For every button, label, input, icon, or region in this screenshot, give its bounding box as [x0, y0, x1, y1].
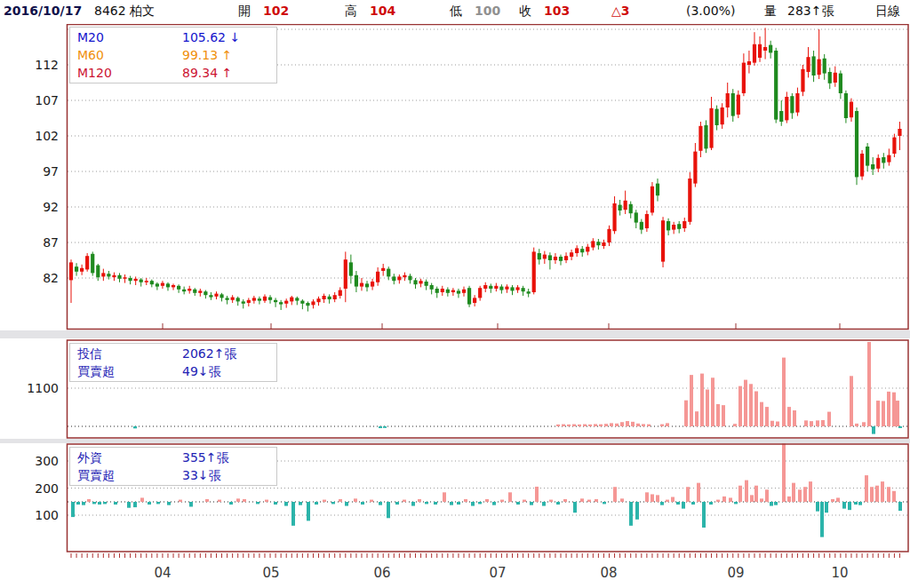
candle-body — [806, 57, 810, 72]
candle-body — [419, 281, 422, 283]
candle-body — [182, 290, 186, 291]
candle-body — [742, 63, 746, 93]
foreign-net-buy-bar — [816, 502, 819, 512]
foreign-net-buy-bar — [629, 502, 633, 526]
candle-body — [134, 279, 138, 281]
candle-body — [709, 108, 713, 148]
trust-net-buy-bar — [610, 423, 613, 426]
foreign-net-buy-bar — [870, 487, 874, 502]
price-axis-label: 87 — [21, 235, 59, 250]
candle-body — [635, 212, 638, 222]
foreign-net-buy-bar — [691, 502, 695, 505]
candle-body — [839, 74, 842, 93]
candle-body — [693, 152, 697, 184]
trust-net-buy-bar — [793, 410, 796, 426]
foreign-net-buy-bar — [754, 486, 758, 502]
foreign-net-buy-bar — [71, 502, 75, 517]
candle-body — [483, 285, 487, 289]
candle-body — [656, 184, 659, 196]
open-value: 102 — [263, 4, 289, 18]
legend-row: M12089.34 ↑ — [70, 64, 276, 82]
trust-net-buy-bar — [804, 420, 808, 426]
candle-body — [844, 93, 848, 118]
foreign-net-buy-bar — [370, 500, 373, 502]
candle-body — [344, 259, 347, 289]
foreign-net-buy-bar — [307, 502, 310, 520]
foreign-net-buy-bar — [354, 498, 357, 502]
foreign-net-buy-bar — [425, 502, 428, 504]
trust-net-buy-bar — [821, 420, 825, 426]
trust-net-buy-bar — [636, 424, 640, 426]
candle-body — [156, 283, 159, 286]
foreign-net-buy-bar — [782, 443, 786, 502]
candle-body — [258, 298, 261, 300]
trust-net-buy-bar — [594, 424, 597, 426]
high-value: 104 — [370, 4, 395, 18]
foreign-net-buy-bar — [745, 481, 748, 502]
candle-body — [236, 298, 240, 301]
candle-body — [150, 281, 154, 284]
volume-label: 量 — [764, 4, 777, 20]
trust-net-buy-bar — [867, 342, 871, 426]
foreign-net-buy-bar — [291, 502, 295, 526]
foreign-net-buy-bar — [274, 502, 277, 505]
chart-canvas[interactable] — [0, 0, 910, 588]
foreign-net-buy-bar — [535, 487, 539, 502]
candle-body — [801, 69, 804, 92]
trust-net-buy-bar — [782, 358, 786, 426]
foreign-net-buy-bar — [702, 502, 706, 528]
foreign-net-buy-bar — [697, 483, 700, 502]
candle-body — [548, 255, 552, 260]
foreign-net-buy-bar — [729, 497, 732, 502]
foreign-net-buy-bar — [379, 502, 382, 505]
candle-body — [101, 273, 105, 276]
candle-body — [731, 93, 735, 116]
candle-body — [371, 282, 374, 287]
foreign-net-buy-bar — [620, 498, 624, 502]
candle-body — [274, 300, 277, 302]
candle-body — [715, 109, 719, 125]
trust-net-buy-bar — [567, 425, 571, 426]
month-label: 06 — [373, 565, 390, 581]
trust-net-buy-bar — [562, 425, 565, 426]
candle-body — [898, 129, 901, 136]
candle-body — [435, 289, 439, 293]
candle-body — [333, 295, 337, 299]
foreign-net-buy-bar — [256, 502, 259, 504]
candle-body — [220, 294, 223, 298]
trust-net-buy-bar — [733, 424, 737, 426]
candle-body — [247, 300, 251, 303]
period-selector[interactable]: 日線 — [875, 4, 900, 20]
candle-body — [263, 297, 267, 301]
foreign-net-buy-bar — [542, 502, 546, 506]
candle-body — [522, 288, 525, 291]
candle-body — [538, 253, 541, 259]
trust-net-buy-bar — [572, 425, 576, 426]
candle-body — [462, 290, 466, 293]
candle-body — [559, 257, 563, 261]
foreign-net-buy-bar — [820, 502, 824, 537]
candle-body — [392, 276, 395, 281]
foreign-net-buy-bar — [189, 502, 193, 506]
foreign-net-buy-bar — [156, 502, 160, 504]
candle-body — [785, 97, 788, 120]
foreign-net-buy-bar — [167, 502, 171, 505]
candle-body — [779, 111, 783, 122]
trust-net-buy-bar — [887, 392, 890, 426]
foreign-net-buy-bar — [315, 502, 318, 505]
change-percent: (3.00%) — [686, 4, 735, 18]
candle-body — [316, 298, 320, 302]
trust-net-buy-bar — [615, 424, 619, 426]
candle-body — [69, 262, 73, 280]
foreign-net-buy-bar — [848, 502, 851, 510]
foreign-net-buy-bar — [457, 502, 460, 505]
foreign-net-buy-bar — [148, 502, 151, 505]
candle-body — [451, 290, 455, 292]
foreign-net-buy-bar — [508, 492, 512, 502]
foreign-axis-label: 200 — [21, 481, 59, 496]
stock-chart-app: { "header": { "date": "2016/10/17", "cod… — [0, 0, 910, 588]
candle-body — [387, 269, 390, 277]
foreign-net-buy-bar — [443, 492, 446, 502]
candle-body — [887, 155, 890, 163]
foreign-net-buy-bar — [530, 502, 533, 505]
